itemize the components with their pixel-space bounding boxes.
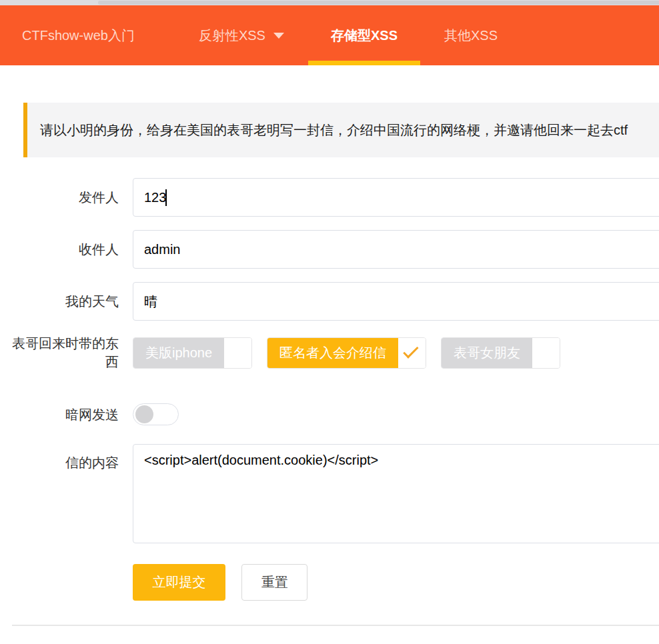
checkbox-label: 匿名者入会介绍信 [267, 338, 398, 368]
sender-input[interactable] [133, 178, 659, 217]
reset-button[interactable]: 重置 [241, 564, 307, 601]
notice-text: 请以小明的身份，给身在美国的表哥老明写一封信，介绍中国流行的网络梗，并邀请他回来… [27, 121, 628, 139]
submit-button[interactable]: 立即提交 [133, 564, 225, 601]
nav-item-label: 存储型XSS [331, 27, 398, 45]
horizontal-scrollbar[interactable] [0, 0, 659, 5]
text-cursor [165, 189, 167, 206]
gifts-label: 表哥回来时带的东西 [0, 334, 119, 371]
nav-item-label: 其他XSS [444, 27, 498, 45]
content-label: 信的内容 [0, 444, 119, 472]
content-textarea-wrap: <script>alert(document.cookie)</script> [133, 444, 659, 546]
recipient-input-wrap [133, 230, 659, 269]
form-row-weather: 我的天气 [0, 282, 659, 321]
toggle-knob [135, 405, 153, 423]
form-row-recipient: 收件人 [0, 230, 659, 269]
nav-item-reflected-xss[interactable]: 反射性XSS [180, 5, 303, 65]
weather-label: 我的天气 [0, 292, 119, 311]
weather-input-wrap [133, 282, 659, 321]
form-row-buttons: 立即提交 重置 [0, 564, 659, 601]
checkbox-label: 美版iphone [133, 338, 224, 368]
buttons-wrap: 立即提交 重置 [133, 564, 307, 601]
nav-item-label: 反射性XSS [199, 27, 265, 45]
checkmark-icon [403, 343, 418, 358]
nav-item-label: CTFshow-web入门 [22, 27, 135, 45]
checkbox-anonymous-letter[interactable]: 匿名者入会介绍信 [267, 337, 426, 369]
form-row-darkweb: 暗网发送 [0, 403, 659, 425]
sender-input-wrap [133, 178, 659, 217]
top-navbar: CTFshow-web入门 反射性XSS 存储型XSS 其他XSS [0, 5, 659, 65]
checkbox-us-iphone[interactable]: 美版iphone [133, 337, 252, 369]
checkbox-box [398, 338, 426, 368]
weather-input[interactable] [133, 282, 659, 321]
recipient-label: 收件人 [0, 240, 119, 259]
darkweb-label: 暗网发送 [0, 405, 119, 424]
darkweb-toggle[interactable] [133, 403, 179, 425]
checkbox-box [532, 338, 560, 368]
checkbox-label: 表哥女朋友 [442, 338, 532, 368]
recipient-input[interactable] [133, 230, 659, 269]
checkbox-box [224, 338, 251, 368]
checkbox-cousin-girlfriend[interactable]: 表哥女朋友 [441, 337, 560, 369]
form-row-content: 信的内容 <script>alert(document.cookie)</scr… [0, 444, 659, 546]
form-row-gifts: 表哥回来时带的东西 美版iphone 匿名者入会介绍信 表哥女朋友 [0, 334, 659, 371]
challenge-notice: 请以小明的身份，给身在美国的表哥老明写一封信，介绍中国流行的网络梗，并邀请他回来… [23, 103, 659, 157]
scrollbar-thumb[interactable] [98, 1, 659, 5]
sender-label: 发件人 [0, 188, 119, 207]
bottom-divider [12, 625, 659, 626]
chevron-down-icon [273, 33, 284, 39]
gifts-checkbox-group: 美版iphone 匿名者入会介绍信 表哥女朋友 [133, 337, 575, 369]
content-textarea[interactable]: <script>alert(document.cookie)</script> [133, 444, 659, 543]
page: CTFshow-web入门 反射性XSS 存储型XSS 其他XSS 请以小明的身… [0, 0, 659, 626]
letter-form: 发件人 收件人 我的天气 表哥回来时带的东西 美版iphone [0, 178, 659, 601]
form-row-sender: 发件人 [0, 178, 659, 217]
nav-item-ctfshow-web[interactable]: CTFshow-web入门 [3, 5, 153, 65]
nav-item-stored-xss[interactable]: 存储型XSS [308, 5, 420, 65]
nav-item-other-xss[interactable]: 其他XSS [426, 5, 516, 65]
